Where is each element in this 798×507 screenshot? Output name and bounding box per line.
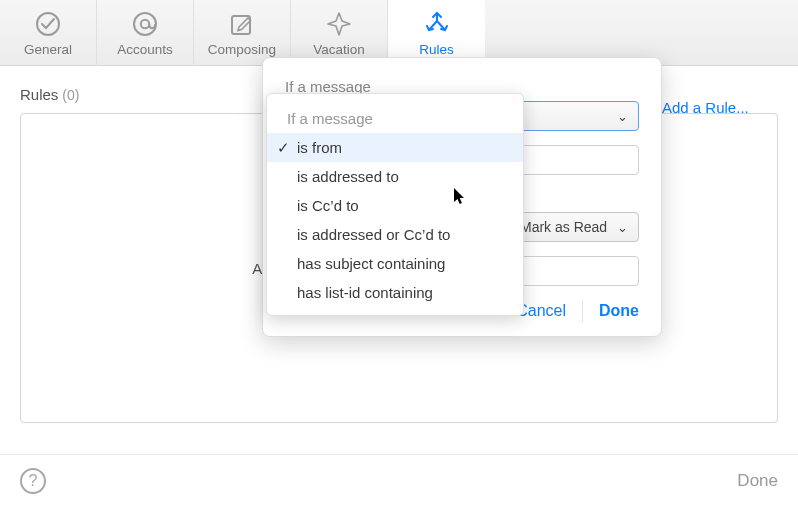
tab-composing[interactable]: Composing — [194, 0, 291, 66]
dropdown-title: If a message — [267, 110, 523, 133]
dropdown-item-label: is from — [297, 139, 342, 156]
add-rule-callout: Add a Rule... — [662, 99, 749, 116]
compose-icon — [228, 9, 256, 39]
dropdown-item-is-addressed-to[interactable]: is addressed to — [267, 162, 523, 191]
dropdown-item-has-subject-containing[interactable]: has subject containing — [267, 249, 523, 278]
done-button[interactable]: Done — [599, 302, 639, 320]
divider — [582, 300, 583, 322]
condition-dropdown: If a message ✓ is from is addressed to i… — [266, 93, 524, 316]
tab-accounts[interactable]: Accounts — [97, 0, 194, 66]
tab-vacation[interactable]: Vacation — [291, 0, 388, 66]
checkmark-circle-icon — [34, 9, 62, 39]
dropdown-item-has-list-id-containing[interactable]: has list-id containing — [267, 278, 523, 307]
tab-label: General — [24, 42, 72, 57]
arrows-split-icon — [423, 9, 451, 39]
action-select-value: Mark as Read — [520, 219, 607, 235]
dropdown-item-label: is addressed to — [297, 168, 399, 185]
window-done-button[interactable]: Done — [737, 471, 778, 491]
svg-point-2 — [141, 19, 149, 27]
question-mark-icon: ? — [29, 472, 38, 490]
help-button[interactable]: ? — [20, 468, 46, 494]
svg-point-1 — [134, 13, 156, 35]
add-rule-link[interactable]: Add a Rule... — [662, 99, 749, 116]
chevron-down-icon: ⌄ — [617, 220, 628, 235]
dropdown-item-is-from[interactable]: ✓ is from — [267, 133, 523, 162]
dropdown-item-label: is addressed or Cc’d to — [297, 226, 450, 243]
dropdown-item-label: has list-id containing — [297, 284, 433, 301]
chevron-down-icon: ⌄ — [617, 109, 628, 124]
tab-label: Composing — [208, 42, 276, 57]
dropdown-item-label: has subject containing — [297, 255, 445, 272]
rule-editor-popover: If a message ⌄ Then Mark as Read ⌄ Cance… — [262, 57, 662, 337]
rules-count: (0) — [62, 87, 79, 103]
svg-point-0 — [37, 13, 59, 35]
dropdown-item-label: is Cc’d to — [297, 197, 359, 214]
tab-label: Accounts — [117, 42, 173, 57]
airplane-icon — [325, 9, 353, 39]
checkmark-icon: ✓ — [277, 139, 290, 157]
rules-heading: Rules (0) — [20, 86, 79, 103]
at-sign-icon — [131, 9, 159, 39]
tab-label: Vacation — [313, 42, 365, 57]
action-select[interactable]: Mark as Read ⌄ — [509, 212, 639, 242]
tab-general[interactable]: General — [0, 0, 97, 66]
bottom-bar: ? Done — [0, 454, 798, 507]
dropdown-item-is-addressed-or-ccd-to[interactable]: is addressed or Cc’d to — [267, 220, 523, 249]
rules-title: Rules — [20, 86, 58, 103]
dropdown-item-is-ccd-to[interactable]: is Cc’d to — [267, 191, 523, 220]
tab-rules[interactable]: Rules — [388, 0, 485, 66]
tab-label: Rules — [419, 42, 454, 57]
